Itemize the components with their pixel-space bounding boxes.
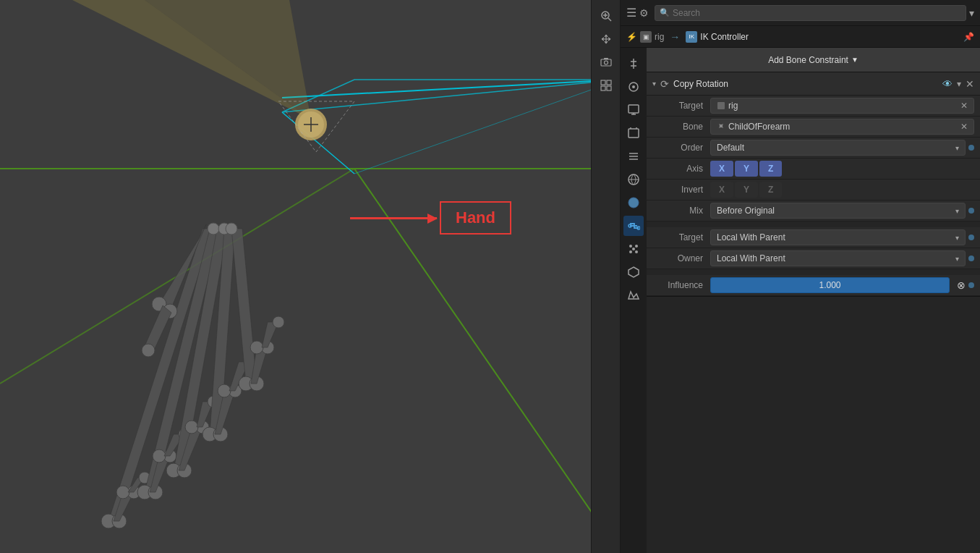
target-clear-icon[interactable]: ✕ bbox=[960, 101, 968, 111]
influence-clear-icon[interactable]: ⊗ bbox=[957, 279, 966, 291]
breadcrumb-ik-icon: IK bbox=[686, 31, 697, 43]
viewport: Hand bbox=[0, 0, 620, 553]
axis-label: Axis bbox=[652, 164, 710, 174]
svg-rect-67 bbox=[601, 59, 611, 66]
svg-point-28 bbox=[153, 449, 166, 463]
target-space-row: Target Local With Parent ▾ bbox=[647, 227, 980, 248]
svg-marker-47 bbox=[231, 229, 257, 384]
svg-point-55 bbox=[208, 223, 219, 235]
mix-row: Mix Before Original ▾ bbox=[647, 200, 980, 221]
mix-dropdown[interactable]: Before Original ▾ bbox=[710, 203, 966, 219]
target-label: Target bbox=[652, 101, 710, 111]
target-space-value: Local With Parent bbox=[717, 232, 785, 242]
axis-row: Axis X Y Z bbox=[647, 159, 980, 180]
axis-y-button[interactable]: Y bbox=[735, 161, 758, 177]
side-icon-armature[interactable] bbox=[623, 54, 644, 74]
influence-label: Influence bbox=[652, 280, 710, 290]
hand-arrow bbox=[350, 217, 437, 219]
order-value: Default bbox=[717, 143, 744, 153]
order-dropdown[interactable]: Default ▾ bbox=[710, 140, 966, 156]
axis-z-button[interactable]: Z bbox=[759, 161, 782, 177]
invert-z-button[interactable]: Z bbox=[759, 182, 782, 198]
side-icon-particles[interactable] bbox=[623, 239, 644, 259]
grid-view-icon[interactable] bbox=[596, 75, 616, 96]
invert-group: X Y Z bbox=[710, 182, 782, 198]
svg-line-7 bbox=[354, 80, 620, 174]
svg-point-82 bbox=[629, 198, 639, 208]
svg-point-75 bbox=[632, 85, 635, 88]
search-input[interactable] bbox=[655, 5, 966, 21]
search-icon: 🔍 bbox=[660, 8, 670, 17]
hand-annotation: Hand bbox=[350, 201, 511, 235]
bone-clear-icon[interactable]: ✕ bbox=[960, 122, 968, 132]
breadcrumb-arrow: → bbox=[670, 31, 680, 43]
svg-point-57 bbox=[226, 223, 237, 235]
owner-space-dropdown[interactable]: Local With Parent ▾ bbox=[710, 250, 966, 266]
influence-value: 1.000 bbox=[819, 280, 840, 290]
invert-y-button[interactable]: Y bbox=[735, 182, 758, 198]
svg-point-52 bbox=[250, 341, 263, 354]
side-icon-render[interactable] bbox=[623, 100, 644, 120]
side-icon-world[interactable] bbox=[623, 193, 644, 213]
pan-icon[interactable] bbox=[596, 29, 616, 49]
properties-panel: ☰ ⚙ 🔍 ▾ ⚡ ▣ rig → IK IK Controller 📌 bbox=[620, 0, 980, 553]
side-icon-object-data[interactable] bbox=[623, 285, 644, 305]
target-space-arrow: ▾ bbox=[955, 234, 959, 242]
side-icon-scene[interactable] bbox=[623, 169, 644, 190]
svg-point-89 bbox=[632, 248, 635, 250]
spacer2 bbox=[647, 269, 980, 275]
target-field[interactable]: rig ✕ bbox=[710, 98, 974, 114]
axis-group: X Y Z bbox=[710, 161, 782, 177]
bone-field[interactable]: ChildOfForearm ✕ bbox=[710, 119, 974, 135]
influence-indicator bbox=[968, 282, 974, 288]
target-space-dropdown[interactable]: Local With Parent ▾ bbox=[710, 229, 966, 245]
bone-label: Bone bbox=[652, 122, 710, 132]
svg-rect-79 bbox=[629, 129, 639, 138]
svg-line-4 bbox=[282, 80, 620, 98]
influence-row: Influence 1.000 ⊗ bbox=[647, 275, 980, 296]
constraint-expand-icon[interactable]: ▾ bbox=[652, 80, 656, 88]
constraint-header: ▾ ⟳ Copy Rotation 👁 ▾ ✕ bbox=[647, 72, 980, 96]
breadcrumb-pin-icon[interactable]: 📌 bbox=[963, 32, 974, 42]
side-icon-bone-constraint[interactable] bbox=[623, 216, 644, 236]
constraint-expand-right-icon[interactable]: ▾ bbox=[957, 79, 961, 89]
add-constraint-arrow: ▼ bbox=[851, 56, 858, 64]
side-icon-physics[interactable] bbox=[623, 262, 644, 282]
invert-label: Invert bbox=[652, 185, 710, 195]
owner-space-row: Owner Local With Parent ▾ bbox=[647, 248, 980, 269]
breadcrumb: ⚡ ▣ rig → IK IK Controller 📌 bbox=[621, 26, 980, 48]
zoom-in-icon[interactable] bbox=[596, 6, 616, 26]
svg-point-87 bbox=[629, 250, 632, 253]
constraint-visibility-icon[interactable]: 👁 bbox=[942, 78, 953, 90]
props-settings-icon[interactable]: ⚙ bbox=[639, 7, 649, 19]
svg-point-86 bbox=[635, 245, 638, 248]
bone-value: ChildOfForearm bbox=[728, 122, 790, 132]
props-menu-icon[interactable]: ☰ bbox=[626, 6, 636, 20]
breadcrumb-ik-label: IK Controller bbox=[700, 32, 749, 42]
influence-field[interactable]: 1.000 bbox=[710, 277, 950, 293]
bone-row: Bone ChildOfForearm ✕ bbox=[647, 117, 980, 138]
add-bone-constraint-button[interactable]: Add Bone Constraint ▼ bbox=[647, 48, 980, 72]
invert-x-button[interactable]: X bbox=[710, 182, 733, 198]
svg-rect-76 bbox=[629, 105, 639, 113]
target-space-label: Target bbox=[652, 232, 710, 242]
owner-space-value: Local With Parent bbox=[717, 253, 785, 263]
order-indicator bbox=[968, 145, 974, 151]
side-icon-object[interactable] bbox=[623, 77, 644, 97]
svg-marker-5 bbox=[282, 80, 620, 112]
side-icon-output[interactable] bbox=[623, 123, 644, 143]
mix-indicator bbox=[968, 208, 974, 214]
mix-value: Before Original bbox=[717, 206, 775, 216]
mix-label: Mix bbox=[652, 206, 710, 216]
order-row: Order Default ▾ bbox=[647, 138, 980, 159]
props-expand-icon[interactable]: ▾ bbox=[969, 7, 974, 19]
order-label: Order bbox=[652, 143, 710, 153]
viewport-toolbar bbox=[591, 0, 620, 553]
owner-space-arrow: ▾ bbox=[955, 255, 959, 263]
svg-rect-90 bbox=[717, 102, 725, 109]
constraint-close-icon[interactable]: ✕ bbox=[966, 78, 974, 90]
camera-view-icon[interactable] bbox=[596, 52, 616, 72]
axis-x-button[interactable]: X bbox=[710, 161, 733, 177]
properties-main: Add Bone Constraint ▼ ▾ ⟳ Copy Rotation … bbox=[647, 48, 980, 553]
side-icon-view[interactable] bbox=[623, 146, 644, 166]
